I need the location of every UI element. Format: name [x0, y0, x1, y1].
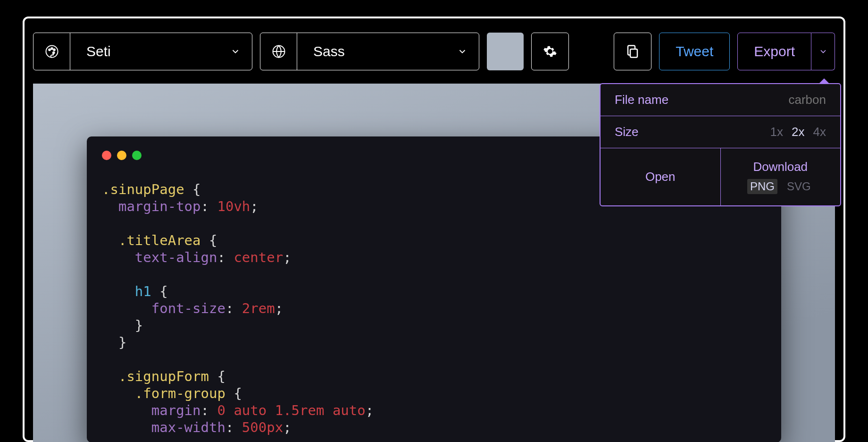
size-options: 1x 2x 4x [770, 125, 826, 139]
gear-icon [543, 44, 557, 59]
tweet-label: Tweet [676, 43, 713, 60]
download-label: Download [753, 160, 808, 174]
background-color-picker[interactable] [487, 33, 524, 70]
filename-label: File name [615, 93, 668, 107]
size-option-1x[interactable]: 1x [770, 125, 783, 139]
svg-point-4 [52, 52, 54, 54]
svg-point-1 [49, 49, 50, 51]
palette-icon [33, 33, 70, 70]
export-button-group: Export [737, 33, 835, 70]
chevron-down-icon [818, 47, 828, 56]
format-svg[interactable]: SVG [784, 179, 814, 194]
open-label: Open [645, 170, 676, 184]
language-dropdown[interactable]: Sass [260, 33, 479, 70]
copy-icon [626, 44, 640, 59]
export-button[interactable]: Export [737, 33, 811, 70]
filename-row: File name [601, 84, 840, 116]
language-label: Sass [297, 33, 446, 70]
chevron-down-icon [219, 33, 252, 70]
traffic-light-close [102, 151, 111, 160]
traffic-light-minimize [117, 151, 126, 160]
open-button[interactable]: Open [601, 148, 721, 205]
export-label: Export [754, 43, 795, 60]
theme-label: Seti [70, 33, 219, 70]
traffic-light-zoom [132, 151, 142, 160]
size-row: Size 1x 2x 4x [601, 116, 840, 148]
size-option-2x[interactable]: 2x [792, 125, 804, 139]
export-actions: Open Download PNG SVG [601, 148, 840, 205]
app-frame: Seti Sass [23, 17, 845, 442]
copy-button[interactable] [614, 33, 651, 70]
toolbar: Seti Sass [33, 33, 835, 70]
svg-point-3 [53, 49, 55, 51]
svg-rect-7 [630, 49, 637, 58]
settings-button[interactable] [531, 33, 569, 70]
chevron-down-icon [446, 33, 479, 70]
svg-point-2 [51, 48, 53, 50]
format-options: PNG SVG [747, 179, 814, 194]
export-popover: File name Size 1x 2x 4x Open Download PN… [600, 83, 841, 206]
export-menu-toggle[interactable] [811, 33, 835, 70]
size-option-4x[interactable]: 4x [813, 125, 826, 139]
filename-input[interactable] [760, 93, 826, 107]
format-png[interactable]: PNG [747, 179, 777, 194]
theme-dropdown[interactable]: Seti [33, 33, 252, 70]
globe-icon [260, 33, 297, 70]
download-section: Download PNG SVG [721, 148, 841, 205]
tweet-button[interactable]: Tweet [659, 33, 730, 70]
size-label: Size [615, 125, 639, 139]
code-content[interactable]: .sinupPage { margin-top: 10vh; .titleAre… [102, 181, 766, 436]
